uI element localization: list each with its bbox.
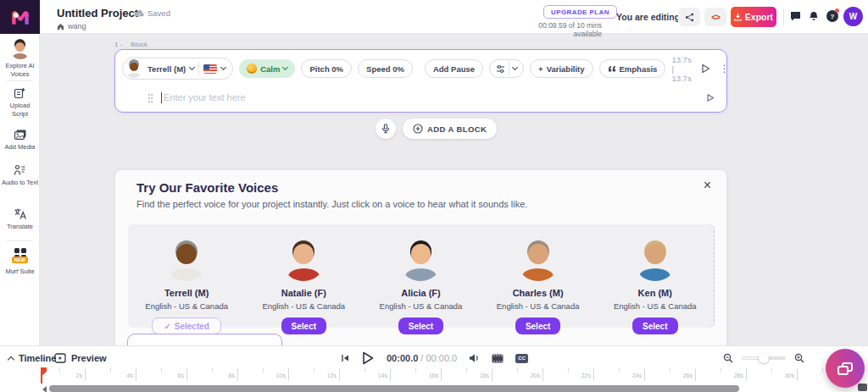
select-button[interactable]: Select [398,317,443,334]
sliders-icon [496,64,505,74]
favorites-title: Try Our Favorite Voices [136,180,278,195]
ruler-tick-label: 18s [480,373,489,378]
embed-code-button[interactable]: <> [704,8,726,26]
us-flag-icon [203,64,217,74]
close-icon[interactable]: × [704,179,711,192]
sidebar-item-audio-to-text[interactable]: Audio to Text [0,164,40,187]
ruler-tick [619,368,620,373]
sidebar-item-murf-suite[interactable]: NEW Murf Suite [0,248,40,276]
voice-card-ken[interactable]: Ken (M) English - US & Canada Select [597,237,714,334]
zoom-controls [723,353,804,363]
sidebar-item-explore-voices[interactable]: Explore AI Voices [0,39,40,79]
explore-more-voices-button[interactable] [127,334,282,345]
quote-icon [608,65,616,72]
voice-photo [164,237,209,281]
timeline-ruler[interactable]: 2s4s6s8s10s12s14s16s18s20s22s24s26s28s30… [38,367,868,384]
project-title[interactable]: Untitled Project [57,7,138,19]
voice-card-charles[interactable]: Charles (M) English - US & Canada Select [480,237,597,334]
plus-circle-icon [413,124,423,134]
cloud-saved-icon [134,9,144,17]
editing-status: You are editing [616,12,680,22]
timeline-toggle[interactable]: Timeline [8,353,56,363]
zoom-slider-handle[interactable] [759,353,769,363]
microphone-icon [381,124,390,134]
murf-logo[interactable] [0,0,40,34]
video-icon[interactable] [492,354,504,363]
playhead-marker[interactable] [41,367,42,384]
horizontal-scrollbar[interactable] [49,385,739,392]
upgrade-plan-button[interactable]: UPGRADE PLAN [543,5,617,19]
voice-photo [398,237,442,281]
drag-handle-icon[interactable] [147,93,153,102]
variability-button[interactable]: + Variability [530,59,593,78]
ruler-tick-label: 4s [127,373,133,378]
text-input-row[interactable]: Enter your text here [115,87,726,108]
timeline-bar: Timeline Preview 00:00.0 / 00:00.0 CC [0,345,868,392]
voice-card-alicia[interactable]: Alicia (F) English - US & Canada Select [362,237,479,334]
ruler-tick [415,368,416,373]
add-block-button[interactable]: ADD A BLOCK [403,119,497,139]
home-icon [57,23,64,30]
sidebar-item-add-media[interactable]: Add Media [0,129,40,152]
ruler-tick-label: 6s [178,373,184,378]
ruler-tick-label: 10s [276,373,286,378]
ruler-tick [85,368,86,381]
breadcrumb[interactable]: wang [57,22,86,30]
voice-card-terrell[interactable]: Terrell (M) English - US & Canada ✓ Sele… [128,237,245,334]
sidebar-item-upload-script[interactable]: Upload Script [0,87,40,119]
ruler-tick [542,368,543,381]
scroll-left-arrow-icon[interactable] [42,386,47,392]
subtitles-cc-icon[interactable]: CC [515,354,528,363]
preview-toggle[interactable]: Preview [54,353,107,363]
sidebar-divider [7,80,33,81]
select-button[interactable]: Select [281,317,326,334]
sidebar-divider [7,240,33,241]
mood-selector[interactable]: Calm [239,59,295,78]
timecode: 00:00.0 / 00:00.0 [387,353,457,363]
voice-selector[interactable]: Terrell (M) [122,58,233,80]
user-avatar[interactable]: W [843,7,863,26]
zoom-slider[interactable] [742,356,786,360]
share-button[interactable] [678,8,700,26]
play-block-button[interactable] [700,63,711,75]
pronunciation-settings-button[interactable] [489,59,524,78]
voice-changer-mic-button[interactable] [376,119,396,139]
saved-status: Saved [134,8,170,18]
script-text-input[interactable]: Enter your text here [164,92,246,102]
download-icon [734,13,742,21]
export-button[interactable]: Export [731,7,776,27]
transport-controls: 00:00.0 / 00:00.0 CC [341,351,528,366]
ruler-tick [644,368,645,381]
emphasis-button[interactable]: Emphasis [599,59,666,78]
ruler-tick [670,368,670,373]
volume-icon[interactable] [469,353,480,363]
speed-control[interactable]: Speed 0% [358,59,413,78]
sidebar-item-translate[interactable]: Translate [0,207,40,231]
select-button[interactable]: Select [632,317,677,334]
skip-to-start-button[interactable] [341,354,349,362]
header-divider [783,8,784,25]
voice-photo [633,237,677,281]
audio-to-text-icon [14,164,26,176]
add-media-icon [14,129,27,141]
play-line-button[interactable] [706,93,715,102]
ruler-tick [212,368,213,373]
support-chat-button[interactable] [826,349,865,388]
ruler-tick [797,368,798,381]
comments-icon[interactable] [790,11,801,21]
ruler-tick [771,368,772,373]
selected-button[interactable]: ✓ Selected [152,317,221,334]
play-button[interactable] [361,351,375,366]
favorites-description: Find the perfect voice for your project … [136,198,527,212]
pitch-control[interactable]: Pitch 0% [301,59,352,78]
notifications-bell-icon[interactable] [809,11,819,22]
chevron-down-icon [282,64,288,70]
voice-card-natalie[interactable]: Natalie (F) English - US & Canada Select [245,237,362,334]
zoom-in-icon[interactable] [794,353,804,363]
select-button[interactable]: Select [515,317,560,334]
zoom-out-icon[interactable] [723,353,733,363]
add-pause-button[interactable]: Add Pause [425,59,483,78]
ruler-tick [161,368,162,373]
voice-avatar [125,59,143,78]
more-options-icon[interactable]: ⋮ [720,63,730,74]
